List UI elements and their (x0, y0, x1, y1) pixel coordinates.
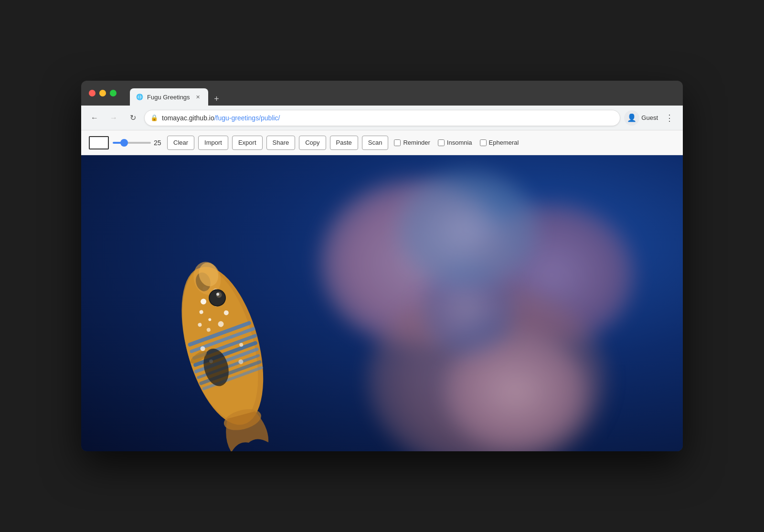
reload-button[interactable]: ↻ (125, 110, 140, 126)
ephemeral-checkbox[interactable] (480, 139, 487, 146)
color-swatch[interactable] (89, 136, 109, 149)
browser-tab[interactable]: 🌐 Fugu Greetings ✕ (130, 88, 208, 106)
copy-button[interactable]: Copy (299, 136, 326, 150)
minimize-window-button[interactable] (99, 90, 106, 96)
profile-button[interactable]: 👤 (624, 110, 639, 126)
clear-button[interactable]: Clear (167, 136, 194, 150)
profile-label: Guest (641, 114, 658, 121)
paste-button[interactable]: Paste (330, 136, 358, 150)
tab-favicon-icon: 🌐 (136, 93, 143, 101)
close-window-button[interactable] (89, 90, 96, 96)
insomnia-checkbox-label[interactable]: Insomnia (438, 139, 472, 146)
url-display: tomayac.github.io/fugu-greetings/public/ (162, 114, 614, 122)
title-bar: 🌐 Fugu Greetings ✕ + (81, 81, 683, 106)
forward-button[interactable]: → (106, 110, 121, 126)
canvas-area[interactable] (81, 155, 683, 451)
traffic-lights (89, 90, 117, 96)
ephemeral-checkbox-label[interactable]: Ephemeral (480, 139, 519, 146)
browser-menu-button[interactable]: ⋮ (662, 110, 677, 126)
reminder-checkbox[interactable] (394, 139, 401, 146)
profile-icon: 👤 (627, 113, 637, 122)
share-button[interactable]: Share (266, 136, 296, 150)
scan-button[interactable]: Scan (362, 136, 389, 150)
insomnia-checkbox[interactable] (438, 139, 445, 146)
browser-window: 🌐 Fugu Greetings ✕ + ← → ↻ 🔒 tomayac.git… (81, 81, 683, 451)
new-tab-button[interactable]: + (210, 92, 223, 106)
back-button[interactable]: ← (87, 110, 102, 126)
url-base: tomayac.github.io (162, 114, 214, 122)
tab-close-button[interactable]: ✕ (194, 93, 202, 101)
reminder-label: Reminder (403, 139, 430, 146)
app-toolbar: 25 Clear Import Export Share Copy Paste … (81, 130, 683, 155)
fish-image (129, 203, 310, 451)
address-bar[interactable]: 🔒 tomayac.github.io/fugu-greetings/publi… (144, 110, 620, 126)
lock-icon: 🔒 (150, 114, 158, 121)
ephemeral-label: Ephemeral (489, 139, 519, 146)
reminder-checkbox-label[interactable]: Reminder (394, 139, 430, 146)
insomnia-label: Insomnia (447, 139, 472, 146)
brush-size-slider[interactable] (113, 142, 151, 144)
export-button[interactable]: Export (232, 136, 263, 150)
maximize-window-button[interactable] (110, 90, 117, 96)
slider-container: 25 (113, 139, 163, 147)
tab-area: 🌐 Fugu Greetings ✕ + (130, 81, 223, 106)
tab-title: Fugu Greetings (147, 94, 190, 101)
nav-bar: ← → ↻ 🔒 tomayac.github.io/fugu-greetings… (81, 106, 683, 130)
url-path: /fugu-greetings/public/ (214, 114, 280, 122)
import-button[interactable]: Import (198, 136, 228, 150)
fish-background (81, 155, 683, 451)
profile-area: 👤 Guest (624, 110, 658, 126)
coral-bg-6 (396, 170, 540, 289)
checkbox-group: Reminder Insomnia Ephemeral (394, 139, 519, 146)
brush-size-value: 25 (154, 139, 163, 147)
